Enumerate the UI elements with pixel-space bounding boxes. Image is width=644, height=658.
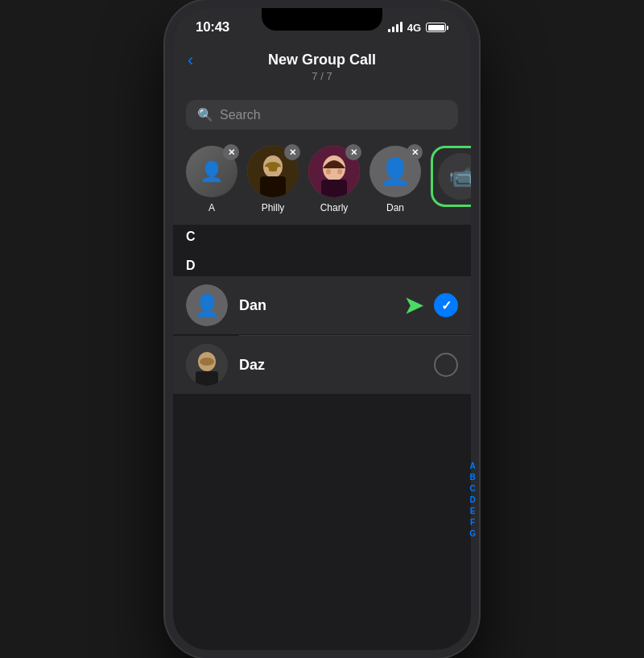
contact-name-charly: Charly: [320, 202, 349, 213]
alpha-g[interactable]: G: [469, 528, 471, 539]
person-icon: 👤: [379, 156, 411, 187]
remove-philly-button[interactable]: ✕: [284, 144, 300, 160]
contact-chip-charly: ✕ Charly: [308, 146, 360, 213]
section-letter-c: C: [186, 230, 196, 243]
status-icons: 4G: [388, 22, 448, 34]
video-camera-icon: 📹: [448, 164, 471, 189]
alpha-c[interactable]: C: [469, 483, 471, 494]
section-header-d: D: [173, 254, 471, 276]
contact-list: C D 👤 Dan ➤ ✓: [173, 225, 471, 650]
battery-icon: [426, 23, 448, 32]
alpha-e[interactable]: E: [469, 506, 471, 516]
section-letter-d: D: [186, 259, 196, 272]
alpha-f[interactable]: F: [469, 517, 471, 528]
contact-name-dan-chip: Dan: [386, 202, 404, 213]
network-label: 4G: [407, 22, 421, 34]
svg-rect-14: [196, 371, 218, 386]
nav-bar: ‹ New Group Call 7 / 7: [173, 42, 471, 93]
remove-a-button[interactable]: ✕: [223, 144, 239, 160]
svg-rect-8: [321, 180, 347, 197]
back-chevron-icon: ‹: [188, 52, 193, 69]
svg-point-4: [264, 167, 269, 173]
contact-chip-dan: 👤 ✕ Dan: [369, 146, 421, 213]
selected-contacts-row: 👤 ✕ A: [173, 139, 471, 225]
contact-chip-a: 👤 ✕ A: [186, 146, 237, 213]
svg-rect-3: [260, 176, 286, 197]
search-placeholder: Search: [220, 108, 261, 122]
dan-check-badge[interactable]: ✓: [434, 293, 458, 317]
alpha-d[interactable]: D: [469, 495, 471, 505]
contact-chip-philly: ✕ Philly: [247, 146, 299, 213]
search-container: 🔍 Search: [173, 93, 471, 139]
search-icon: 🔍: [197, 107, 213, 122]
call-buttons-container: 📹 📞: [431, 146, 471, 207]
svg-point-13: [200, 358, 214, 366]
alpha-a[interactable]: A: [469, 461, 471, 471]
call-buttons-wrapper: 📹 📞: [431, 146, 471, 207]
section-header-c: C: [173, 225, 471, 247]
avatar-dan-list: 👤: [186, 284, 228, 326]
alpha-b[interactable]: B: [469, 472, 471, 482]
svg-point-5: [277, 167, 282, 173]
avatar-daz-list: [186, 344, 228, 386]
alphabet-index: A B C D E F G: [469, 461, 471, 539]
list-item-dan[interactable]: 👤 Dan ➤ ✓: [173, 276, 471, 334]
status-time: 10:43: [196, 19, 229, 35]
notch: [262, 8, 382, 31]
screen: 10:43 4G ‹: [173, 8, 471, 650]
video-call-button[interactable]: 📹: [438, 153, 471, 200]
green-arrow-icon: ➤: [404, 292, 423, 319]
daz-select-circle[interactable]: [434, 353, 458, 377]
list-item-dan-name: Dan: [239, 297, 393, 314]
nav-subtitle: 7 / 7: [312, 70, 332, 82]
contact-name-a: A: [208, 202, 215, 213]
list-item-daz[interactable]: Daz: [173, 336, 471, 394]
phone-frame: 10:43 4G ‹: [165, 0, 479, 658]
search-bar[interactable]: 🔍 Search: [186, 100, 458, 130]
remove-charly-button[interactable]: ✕: [345, 144, 361, 160]
back-button[interactable]: ‹: [188, 52, 193, 69]
contact-name-philly: Philly: [262, 202, 285, 213]
dan-person-icon: 👤: [194, 293, 220, 318]
svg-point-9: [326, 169, 331, 175]
list-item-daz-name: Daz: [239, 357, 423, 374]
remove-dan-button[interactable]: ✕: [407, 144, 423, 160]
nav-title: New Group Call: [268, 52, 376, 68]
signal-bars-icon: [388, 23, 402, 32]
svg-point-10: [337, 169, 342, 175]
